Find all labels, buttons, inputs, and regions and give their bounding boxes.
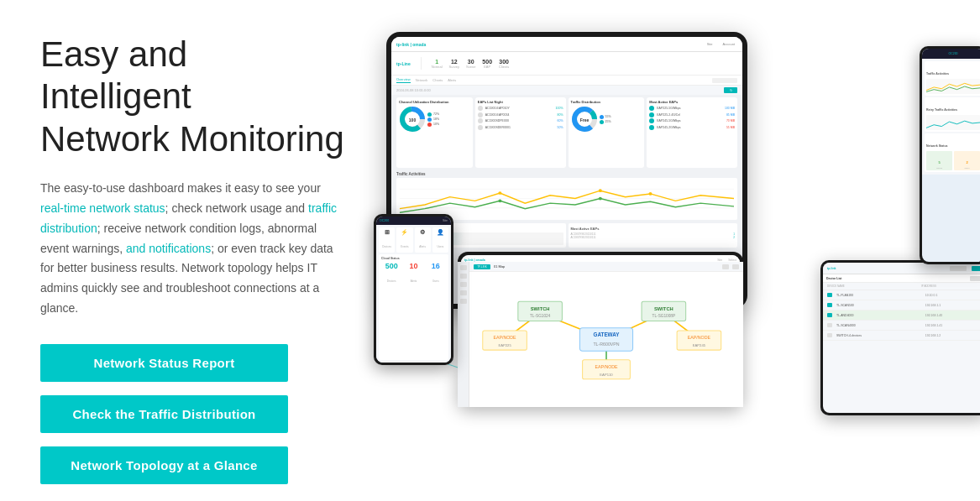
svg-point-15 (498, 191, 501, 195)
svg-point-16 (599, 189, 602, 192)
svg-text:TL-SG1008P: TL-SG1008P (652, 314, 676, 318)
dash-top-bar: tp-link | omada Site Account (391, 37, 742, 52)
status-normal: 1 Normal (432, 59, 443, 69)
right-phone-screen: OC200 Traffic Activities Retry Traf (922, 49, 980, 262)
svg-text:TL-R600VPN: TL-R600VPN (593, 342, 619, 347)
traffic-dist-card: Traffic Distribution Free (569, 97, 645, 168)
svg-text:Free: Free (579, 117, 589, 123)
dash-status-bar: tp-Line 1 Normal 12 Survey 30 Scene (391, 52, 742, 76)
channel-util-card: Channel Utilization Distribution 100 (396, 97, 473, 168)
description-text: The easy-to-use dashboard makes it easy … (40, 179, 344, 319)
svg-point-18 (498, 199, 501, 202)
dash-nav-account: Account (721, 42, 737, 46)
device-list-screen: tp-link Device List DEVICE NAME IP ADDRE… (823, 263, 980, 413)
status-survey: 12 Survey (449, 59, 459, 69)
svg-text:SWITCH: SWITCH (654, 306, 673, 311)
status-eap: 500 EAP (482, 59, 492, 69)
left-section: Easy and Intelligent Network Monitoring … (0, 0, 378, 501)
device-row-3: TL-AND4000 192.168.1.40 (823, 311, 980, 321)
status-scene: 30 Scene (466, 59, 475, 69)
main-container: Easy and Intelligent Network Monitoring … (0, 0, 980, 501)
dash-logo: tp-link | omada (396, 42, 426, 47)
topology-canvas: TP-LINK 01 Map (469, 262, 740, 404)
svg-text:EAP245: EAP245 (693, 343, 706, 347)
svg-text:EAP/NODE: EAP/NODE (493, 336, 516, 341)
status-clients: 300 Clients (499, 59, 509, 69)
most-active-eaps-card: Most Active EAPs EAP225-5G/Mbps 100 MB E… (647, 97, 737, 168)
network-status-button[interactable]: Network Status Report (40, 344, 288, 382)
svg-text:SWITCH: SWITCH (531, 306, 550, 311)
device-row-4: TL-SCAN4000 192.168.1.41 (823, 321, 980, 331)
traffic-distribution-button[interactable]: Check the Traffic Distribution (40, 395, 288, 433)
device-row-5: SWITCH-4-devices 192.168.1.2 (823, 331, 980, 341)
svg-text:TL-SG1024: TL-SG1024 (530, 314, 551, 318)
right-phone: OC200 Traffic Activities Retry Traf (920, 46, 980, 264)
svg-point-19 (599, 197, 602, 201)
left-phone-screen: OC200 Site ⊞ Devices ⚡ Events (376, 217, 451, 363)
topology-sidebar (461, 262, 469, 404)
svg-text:EAP/NODE: EAP/NODE (688, 336, 711, 341)
eaps-list-card: EAPs List Night AC1900-EAP010Y 100% AC19… (475, 97, 566, 168)
svg-text:100: 100 (409, 117, 417, 123)
left-phone: OC200 Site ⊞ Devices ⚡ Events (374, 214, 453, 365)
device-list-header: tp-link (823, 263, 980, 274)
right-section: tp-link | omada Site Account tp-Line 1 N… (378, 0, 980, 501)
device-row-2: TL-SCAN500 192.168.1.1 (823, 300, 980, 311)
device-list-rows: TL-PLAN200 10.10.0.1 TL-SCAN500 192.168.… (823, 290, 980, 341)
svg-text:EAP/NODE: EAP/NODE (595, 364, 618, 369)
svg-text:GATEWAY: GATEWAY (594, 331, 621, 337)
dash-nav-item: Site (705, 42, 715, 46)
svg-point-17 (649, 192, 652, 196)
svg-text:EAP225: EAP225 (498, 343, 511, 347)
svg-text:EAP110: EAP110 (600, 373, 613, 377)
device-list-tablet: tp-link Device List DEVICE NAME IP ADDRE… (820, 260, 980, 415)
device-row-1: TL-PLAN200 10.10.0.1 (823, 290, 980, 300)
main-title: Easy and Intelligent Network Monitoring (40, 34, 344, 160)
topology-tablet: tp-link | omada Site Select Topology 2D … (458, 252, 743, 407)
topology-tablet-screen: tp-link | omada Site Select Topology 2D … (461, 255, 740, 404)
topology-button[interactable]: Network Topology at a Glance (40, 446, 288, 484)
